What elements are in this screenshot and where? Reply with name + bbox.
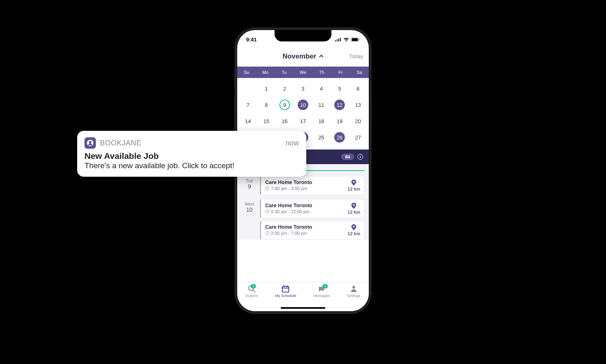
job-card[interactable]: Care Home Toronto2:00 pm - 7:00 pm12 km (260, 221, 365, 240)
svg-point-18 (89, 141, 91, 143)
wifi-icon (343, 37, 349, 42)
calendar-day-number: 11 (316, 100, 327, 110)
job-card-list: Care Home Toronto6:30 am - 12:00 pm12 km… (260, 199, 365, 240)
calendar-day[interactable]: 10 (294, 97, 312, 113)
signal-icon (335, 37, 342, 41)
calendar-day (239, 80, 257, 97)
calendar-day[interactable]: 2 (275, 80, 294, 97)
notification-app-name: BOOKJANE (100, 139, 141, 147)
schedule-day-label: Tue9 (241, 176, 258, 195)
calendar-day[interactable]: 16 (275, 113, 294, 129)
chevron-up-icon (319, 52, 324, 61)
notification-title: New Available Job (84, 151, 299, 161)
calendar-day-number: 27 (353, 132, 363, 143)
notification-app-icon (84, 137, 96, 149)
calendar-icon (281, 285, 290, 293)
status-time: 9:41 (246, 37, 257, 43)
calendar-day-number: 19 (334, 116, 345, 126)
calendar-day-number: 6 (353, 83, 363, 94)
month-selector[interactable]: November (282, 52, 323, 61)
svg-point-16 (352, 286, 355, 289)
svg-rect-6 (359, 39, 360, 40)
tab-label: Explore (246, 294, 258, 298)
info-icon[interactable]: i (357, 154, 363, 160)
calendar-day[interactable]: 25 (312, 129, 331, 145)
tab-label: Messages (313, 294, 330, 298)
calendar-day-number: 12 (334, 100, 345, 110)
schedule-day-row: Tue9Care Home Toronto7:00 am - 3:00 pm12… (241, 176, 365, 195)
calendar-day-number: 7 (243, 100, 253, 110)
notification-body: There's a new available job. Click to ac… (84, 161, 299, 170)
weekday-label: Mo (256, 67, 275, 78)
schedule-day-row: Wed10Care Home Toronto6:30 am - 12:00 pm… (241, 199, 365, 240)
schedule-day-label: Wed10 (241, 199, 258, 240)
svg-rect-12 (282, 286, 289, 292)
job-distance: 12 km (348, 186, 360, 191)
calendar-day[interactable]: 17 (294, 113, 312, 129)
calendar-day-number: 5 (334, 83, 345, 94)
job-card[interactable]: Care Home Toronto7:00 am - 3:00 pm12 km (260, 176, 365, 195)
calendar-day-number: 9 (279, 100, 290, 110)
svg-rect-0 (335, 40, 336, 41)
calendar-day[interactable]: 18 (312, 113, 331, 129)
clock-icon (265, 231, 269, 235)
calendar-day-number: 2 (279, 83, 290, 94)
today-button[interactable]: Today (349, 53, 363, 59)
job-card[interactable]: Care Home Toronto6:30 am - 12:00 pm12 km (260, 199, 365, 218)
calendar-day[interactable]: 27 (349, 129, 367, 145)
explore-badge: 3 (251, 284, 255, 288)
svg-rect-1 (337, 39, 338, 41)
svg-rect-3 (340, 38, 341, 41)
calendar-day[interactable]: 19 (331, 113, 349, 129)
home-indicator[interactable] (281, 307, 325, 309)
calendar-day-number: 18 (316, 116, 327, 126)
clock-icon (265, 210, 269, 214)
calendar-day-number: 15 (261, 116, 272, 126)
weekday-label: Tu (275, 67, 294, 78)
notification-time: now (286, 139, 299, 147)
calendar-day[interactable]: 11 (312, 97, 331, 113)
calendar-day-number: 16 (279, 116, 290, 126)
location-pin-icon (351, 224, 356, 230)
calendar-day[interactable]: 13 (349, 97, 367, 113)
calendar-day[interactable]: 14 (239, 113, 257, 129)
calendar-header: November Today (237, 46, 369, 67)
weekday-label: Sa (350, 67, 369, 78)
tab-settings[interactable]: Settings (347, 285, 360, 311)
calendar-day[interactable]: 12 (331, 97, 349, 113)
weekday-header: Su Mo Tu We Th Fr Sa (237, 67, 369, 78)
calendar-day-number: 26 (334, 132, 345, 143)
weekday-label: Su (237, 67, 256, 78)
calendar-day-number: 17 (298, 116, 308, 126)
svg-point-9 (353, 226, 355, 228)
calendar-day[interactable]: 7 (239, 97, 257, 113)
phone-volume-up (234, 98, 236, 115)
month-label: November (282, 52, 316, 61)
calendar-day[interactable]: 26 (331, 129, 349, 145)
calendar-day[interactable]: 5 (331, 80, 349, 97)
calendar-day[interactable]: 15 (257, 113, 275, 129)
calendar-day[interactable]: 8 (257, 97, 275, 113)
job-time: 2:00 pm - 7:00 pm (265, 231, 312, 236)
phone-notch (275, 30, 331, 41)
phone-power-button (370, 98, 372, 126)
tab-label: Settings (347, 294, 360, 298)
svg-line-11 (253, 290, 255, 292)
calendar-day[interactable]: 9 (275, 97, 294, 113)
schedule-day-dow: Wed (241, 202, 258, 206)
tab-label: My Schedule (275, 294, 296, 298)
calendar-day[interactable]: 6 (349, 80, 367, 97)
total-hours-value: 84 (341, 154, 354, 160)
schedule-day-dow: Tue (241, 178, 258, 183)
clock-icon (265, 186, 269, 191)
push-notification[interactable]: BOOKJANE now New Available Job There's a… (77, 131, 306, 177)
battery-icon (351, 37, 360, 42)
calendar-day[interactable]: 20 (349, 113, 367, 129)
job-time: 7:00 am - 3:00 pm (265, 186, 312, 191)
calendar-day[interactable]: 3 (294, 80, 312, 97)
calendar-day-number: 3 (298, 83, 308, 94)
calendar-day[interactable]: 4 (312, 80, 331, 97)
location-pin-icon (351, 180, 356, 186)
calendar-day[interactable]: 1 (257, 80, 275, 97)
tab-explore[interactable]: 3 Explore (246, 285, 258, 311)
